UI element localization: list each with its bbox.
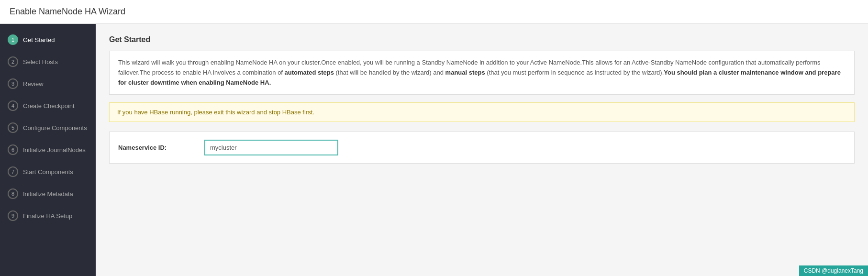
description-text-3: (that you must perform in sequence as in… [485,69,664,76]
section-title: Get Started [109,35,855,44]
content-area: Get Started This wizard will walk you th… [96,24,868,276]
form-row: Nameservice ID: [109,132,855,164]
sidebar-label-review: Review [23,80,44,88]
sidebar: 1 Get Started 2 Select Hosts 3 Review 4 … [0,24,96,276]
step-circle-4: 4 [8,100,18,111]
sidebar-item-finalize-ha-setup[interactable]: 9 Finalize HA Setup [0,205,96,227]
sidebar-label-initialize-metadata: Initialize Metadata [23,190,73,198]
sidebar-item-start-components[interactable]: 7 Start Components [0,161,96,183]
watermark: CSDN @dugianexTang [799,265,868,276]
sidebar-label-finalize-ha-setup: Finalize HA Setup [23,212,72,220]
step-circle-7: 7 [8,166,18,177]
sidebar-item-review[interactable]: 3 Review [0,73,96,95]
sidebar-item-select-hosts[interactable]: 2 Select Hosts [0,51,96,73]
sidebar-label-select-hosts: Select Hosts [23,58,58,66]
sidebar-label-configure-components: Configure Components [23,124,87,132]
sidebar-label-get-started: Get Started [23,36,55,44]
sidebar-label-create-checkpoint: Create Checkpoint [23,102,75,110]
warning-box: If you have HBase running, please exit t… [109,102,855,122]
sidebar-item-get-started[interactable]: 1 Get Started [0,29,96,51]
sidebar-item-create-checkpoint[interactable]: 4 Create Checkpoint [0,95,96,117]
page-title: Enable NameNode HA Wizard [0,0,868,24]
sidebar-label-start-components: Start Components [23,168,73,176]
step-circle-1: 1 [8,34,18,45]
nameservice-id-label: Nameservice ID: [118,144,204,151]
step-circle-8: 8 [8,188,18,199]
description-bold-2: manual steps [445,69,485,76]
step-circle-6: 6 [8,144,18,155]
step-circle-9: 9 [8,210,18,221]
description-block: This wizard will walk you through enabli… [109,51,855,95]
warning-text: If you have HBase running, please exit t… [117,109,314,116]
nameservice-id-input[interactable] [204,140,338,155]
step-circle-3: 3 [8,78,18,89]
sidebar-item-initialize-journalnodes[interactable]: 6 Initialize JournalNodes [0,139,96,161]
description-bold-1: automated steps [285,69,334,76]
step-circle-5: 5 [8,122,18,133]
step-circle-2: 2 [8,56,18,67]
sidebar-label-initialize-journalnodes: Initialize JournalNodes [23,146,86,154]
sidebar-item-initialize-metadata[interactable]: 8 Initialize Metadata [0,183,96,205]
sidebar-item-configure-components[interactable]: 5 Configure Components [0,117,96,139]
description-text-2: (that will be handled by the wizard) and [334,69,445,76]
main-layout: 1 Get Started 2 Select Hosts 3 Review 4 … [0,24,868,276]
